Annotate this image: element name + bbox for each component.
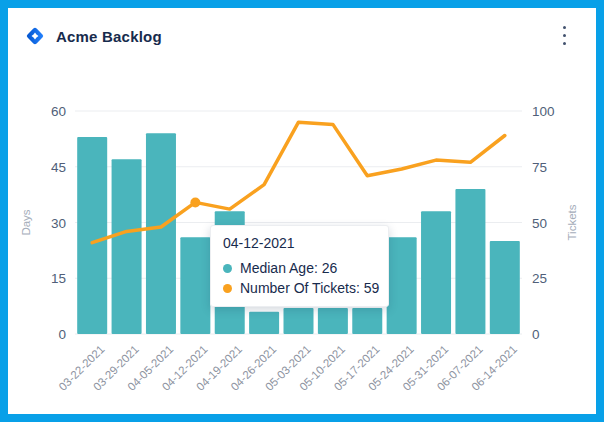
tooltip-row-median-age: Median Age: 26 (223, 260, 376, 276)
bar-04-05-2021[interactable] (146, 133, 176, 334)
bar-05-17-2021[interactable] (352, 308, 382, 334)
highlighted-line-point[interactable] (190, 197, 200, 207)
bar-05-03-2021[interactable] (284, 308, 314, 334)
right-axis-tick-label: 25 (532, 271, 547, 286)
tooltip-median-age-text: Median Age: 26 (240, 260, 337, 276)
acme-backlog-app: { "header": { "title": "Acme Backlog" },… (0, 0, 604, 422)
right-axis-tick-label: 100 (532, 104, 555, 119)
backlog-combo-chart: 0153045600255075100DaysTickets03-22-2021… (8, 8, 596, 414)
left-axis-tick-label: 0 (58, 327, 66, 342)
right-axis-tick-label: 50 (532, 216, 547, 231)
kebab-dot-icon (563, 34, 566, 37)
right-axis-tick-label: 75 (532, 160, 547, 175)
app-header: Acme Backlog (8, 8, 596, 64)
chart-area: 0153045600255075100DaysTickets03-22-2021… (8, 8, 596, 414)
tooltip-row-tickets: Number Of Tickets: 59 (223, 280, 376, 296)
chart-tooltip: 04-12-2021 Median Age: 26 Number Of Tick… (210, 225, 389, 307)
right-axis-tick-label: 0 (532, 327, 540, 342)
bar-05-24-2021[interactable] (387, 237, 417, 334)
tooltip-tickets-text: Number Of Tickets: 59 (240, 280, 379, 296)
bar-03-29-2021[interactable] (112, 159, 142, 334)
bar-04-12-2021[interactable] (180, 237, 210, 334)
tickets-dot-icon (223, 284, 232, 293)
left-axis-name: Days (20, 209, 32, 235)
left-axis-tick-label: 15 (51, 271, 66, 286)
tooltip-date: 04-12-2021 (223, 235, 376, 251)
left-axis-tick-label: 30 (51, 216, 66, 231)
acme-logo-icon (24, 25, 46, 47)
kebab-menu-button[interactable] (554, 20, 574, 50)
left-axis-tick-label: 60 (51, 104, 66, 119)
page-title: Acme Backlog (56, 28, 162, 45)
right-axis-name: Tickets (566, 204, 578, 240)
kebab-dot-icon (563, 26, 566, 29)
bar-06-14-2021[interactable] (490, 241, 520, 334)
bar-06-07-2021[interactable] (455, 189, 485, 334)
bar-05-31-2021[interactable] (421, 211, 451, 334)
left-axis-tick-label: 45 (51, 160, 66, 175)
bar-03-22-2021[interactable] (77, 137, 107, 334)
kebab-dot-icon (563, 42, 566, 45)
bar-04-26-2021[interactable] (249, 312, 279, 334)
bar-05-10-2021[interactable] (318, 308, 348, 334)
median-age-dot-icon (223, 264, 232, 273)
